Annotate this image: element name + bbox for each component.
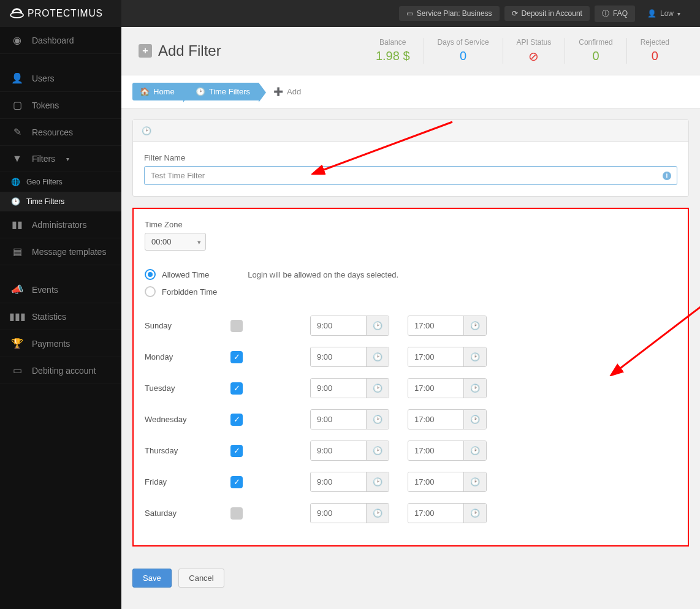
clock-icon[interactable]: 🕑 bbox=[463, 347, 486, 366]
time-to-input[interactable] bbox=[408, 379, 463, 398]
time-from: 🕑 bbox=[310, 378, 389, 398]
page-header: +Add Filter Balance1.98 $ Days of Servic… bbox=[121, 27, 700, 75]
day-name: Thursday bbox=[145, 446, 212, 455]
user-menu[interactable]: 👤Low▾ bbox=[640, 6, 688, 21]
day-checkbox[interactable]: ✓ bbox=[230, 476, 243, 488]
nav-dashboard[interactable]: ◉Dashboard bbox=[0, 27, 121, 54]
nav-geo-filters[interactable]: 🌐Geo Filters bbox=[0, 172, 121, 192]
time-to-input[interactable] bbox=[408, 504, 463, 523]
nav-message-templates[interactable]: ▤Message templates bbox=[0, 238, 121, 265]
clock-icon[interactable]: 🕑 bbox=[463, 410, 486, 429]
time-from-input[interactable] bbox=[311, 347, 366, 366]
time-to-input[interactable] bbox=[408, 472, 463, 491]
nav-tokens[interactable]: ▢Tokens bbox=[0, 92, 121, 119]
nav-resources[interactable]: ✎Resources bbox=[0, 119, 121, 146]
forbidden-time-label: Forbidden Time bbox=[162, 287, 217, 297]
deposit-button[interactable]: ⟳Deposit in Account bbox=[504, 6, 590, 21]
day-checkbox[interactable]: ✓ bbox=[230, 414, 243, 426]
day-checkbox[interactable]: ✓ bbox=[230, 445, 243, 457]
cancel-button[interactable]: Cancel bbox=[178, 569, 224, 588]
user-icon: 👤 bbox=[11, 72, 23, 84]
breadcrumb-time-filters[interactable]: 🕑Time Filters bbox=[183, 83, 259, 100]
breadcrumb: 🏠Home 🕑Time Filters ➕Add bbox=[121, 75, 700, 108]
clock-icon[interactable]: 🕑 bbox=[463, 379, 486, 398]
time-to: 🕑 bbox=[408, 347, 487, 367]
day-name: Sunday bbox=[145, 321, 212, 330]
token-icon: ▢ bbox=[11, 99, 23, 111]
clock-icon[interactable]: 🕑 bbox=[366, 441, 389, 460]
events-icon: 📣 bbox=[11, 284, 23, 295]
balance-label: Balance bbox=[376, 38, 410, 47]
admin-icon: ▮▮ bbox=[11, 219, 23, 230]
panel-header: 🕑 bbox=[133, 120, 688, 142]
breadcrumb-add: ➕Add bbox=[259, 83, 310, 100]
nav-statistics[interactable]: ▮▮▮Statistics bbox=[0, 303, 121, 330]
day-checkbox[interactable] bbox=[230, 507, 243, 520]
clock-icon[interactable]: 🕑 bbox=[463, 441, 486, 460]
nav-events[interactable]: 📣Events bbox=[0, 276, 121, 303]
day-name: Tuesday bbox=[145, 384, 212, 393]
template-icon: ▤ bbox=[11, 246, 23, 257]
time-from: 🕑 bbox=[310, 472, 389, 492]
nav-payments[interactable]: 🏆Payments bbox=[0, 330, 121, 357]
rejected-label: Rejected bbox=[641, 38, 669, 47]
time-to: 🕑 bbox=[408, 378, 487, 398]
clock-icon[interactable]: 🕑 bbox=[463, 504, 486, 523]
clock-icon[interactable]: 🕑 bbox=[366, 347, 389, 366]
day-checkbox[interactable] bbox=[230, 320, 243, 332]
nav-users[interactable]: 👤Users bbox=[0, 65, 121, 92]
filter-icon: ▼ bbox=[11, 153, 23, 164]
allowed-time-radio[interactable] bbox=[145, 269, 156, 280]
day-checkbox[interactable]: ✓ bbox=[230, 382, 243, 395]
time-to-input[interactable] bbox=[408, 441, 463, 460]
debiting-icon: ▭ bbox=[11, 365, 23, 376]
svg-point-0 bbox=[10, 12, 23, 18]
time-from-input[interactable] bbox=[311, 441, 366, 460]
save-button[interactable]: Save bbox=[132, 569, 172, 588]
clock-icon[interactable]: 🕑 bbox=[366, 379, 389, 398]
nav-administrators[interactable]: ▮▮Administrators bbox=[0, 211, 121, 238]
time-from-input[interactable] bbox=[311, 410, 366, 429]
nav-debiting[interactable]: ▭Debiting account bbox=[0, 357, 121, 384]
time-to-input[interactable] bbox=[408, 410, 463, 429]
day-row-monday: Monday ✓ 🕑 🕑 bbox=[145, 347, 677, 367]
clock-icon[interactable]: 🕑 bbox=[463, 472, 486, 491]
timezone-select[interactable]: 00:00 bbox=[145, 233, 206, 251]
days-value: 0 bbox=[438, 49, 489, 63]
day-checkbox[interactable]: ✓ bbox=[230, 351, 243, 363]
time-to: 🕑 bbox=[408, 316, 487, 336]
time-from: 🕑 bbox=[310, 503, 389, 523]
forbidden-time-radio[interactable] bbox=[145, 286, 156, 297]
info-icon: ⓘ bbox=[602, 9, 609, 19]
time-from-input[interactable] bbox=[311, 504, 366, 523]
filter-name-input[interactable] bbox=[144, 166, 677, 185]
nav-time-filters[interactable]: 🕑Time Filters bbox=[0, 192, 121, 211]
brand-logo[interactable]: PROTECTIMUS bbox=[0, 0, 121, 27]
nav-filters[interactable]: ▼Filters ▾ bbox=[0, 146, 121, 172]
plus-icon: ➕ bbox=[273, 87, 283, 96]
faq-button[interactable]: ⓘFAQ bbox=[595, 6, 635, 22]
time-from-input[interactable] bbox=[311, 316, 366, 335]
time-from-input[interactable] bbox=[311, 379, 366, 398]
breadcrumb-home[interactable]: 🏠Home bbox=[132, 83, 183, 100]
confirmed-value: 0 bbox=[579, 49, 612, 63]
info-icon[interactable]: i bbox=[663, 172, 671, 180]
service-plan-button[interactable]: ▭Service Plan: Business bbox=[399, 6, 500, 21]
filter-panel: 🕑 Filter Name i bbox=[132, 119, 689, 197]
clock-icon[interactable]: 🕑 bbox=[366, 316, 389, 335]
time-to-input[interactable] bbox=[408, 347, 463, 366]
balance-value: 1.98 $ bbox=[376, 49, 410, 63]
clock-icon[interactable]: 🕑 bbox=[366, 472, 389, 491]
stats-icon: ▮▮▮ bbox=[11, 311, 23, 322]
time-from-input[interactable] bbox=[311, 472, 366, 491]
clock-icon[interactable]: 🕑 bbox=[463, 316, 486, 335]
time-from: 🕑 bbox=[310, 347, 389, 367]
user-icon: 👤 bbox=[647, 9, 656, 18]
allowed-hint: Login will be allowed on the days select… bbox=[248, 270, 398, 279]
day-row-sunday: Sunday 🕑 🕑 bbox=[145, 316, 677, 336]
clock-icon[interactable]: 🕑 bbox=[366, 504, 389, 523]
clock-icon[interactable]: 🕑 bbox=[366, 410, 389, 429]
time-to-input[interactable] bbox=[408, 316, 463, 335]
clock-icon: 🕑 bbox=[11, 197, 20, 206]
day-name: Saturday bbox=[145, 509, 212, 518]
